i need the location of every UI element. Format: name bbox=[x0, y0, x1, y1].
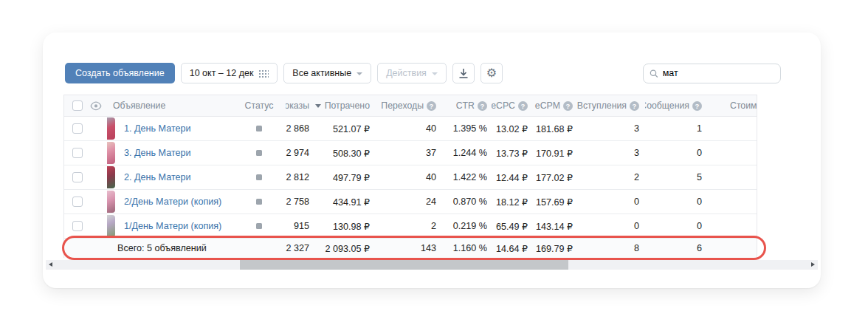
column-header-name[interactable]: Объявление bbox=[107, 95, 232, 116]
column-header-messages[interactable]: Сообщения ? bbox=[645, 95, 710, 116]
totals-joins: 8 bbox=[577, 239, 645, 258]
ecpm-value: 177.02 ₽ bbox=[532, 165, 577, 189]
status-filter-label: Все активные bbox=[292, 68, 351, 78]
date-range-button[interactable]: 10 окт – 12 дек bbox=[181, 63, 278, 83]
column-header-clicks[interactable]: Переходы ? bbox=[374, 95, 441, 116]
date-range-label: 10 окт – 12 дек bbox=[190, 68, 254, 78]
clicks-value: 37 bbox=[374, 141, 441, 165]
ad-name-link[interactable]: 3. День Матери bbox=[124, 148, 191, 158]
help-icon[interactable]: ? bbox=[692, 101, 702, 111]
ecpc-value: 13.02 ₽ bbox=[492, 117, 532, 140]
column-header-joins[interactable]: Вступления ? bbox=[577, 95, 645, 116]
scrollbar-thumb[interactable] bbox=[240, 260, 568, 270]
impressions-value: 2 974 bbox=[286, 141, 314, 165]
joins-value: 3 bbox=[577, 141, 645, 165]
status-filter-dropdown[interactable]: Все активные bbox=[283, 63, 371, 83]
ad-thumbnail[interactable] bbox=[107, 142, 115, 164]
ad-name-link[interactable]: 1. День Матери bbox=[124, 123, 191, 134]
status-paused-icon bbox=[256, 174, 262, 180]
column-header-status[interactable]: Статус bbox=[232, 95, 286, 116]
impressions-value: 2 868 bbox=[286, 117, 314, 140]
row-checkbox[interactable] bbox=[72, 123, 83, 134]
spent-value: 130.98 ₽ bbox=[314, 214, 374, 238]
clicks-value: 40 bbox=[374, 117, 441, 140]
ad-thumbnail[interactable] bbox=[107, 117, 115, 140]
row-checkbox[interactable] bbox=[72, 221, 83, 231]
create-ad-button[interactable]: Создать объявление bbox=[65, 63, 175, 83]
ecpc-value: 12.44 ₽ bbox=[492, 165, 532, 189]
clicks-value: 2 bbox=[374, 214, 441, 238]
actions-dropdown[interactable]: Действия bbox=[377, 63, 447, 83]
joins-value: 3 bbox=[577, 117, 645, 140]
ad-name-link[interactable]: 2. День Матери bbox=[124, 172, 191, 182]
column-header-spent-label: Потрачено bbox=[325, 100, 370, 111]
messages-value: 0 bbox=[645, 190, 710, 213]
ecpc-value: 13.73 ₽ bbox=[492, 141, 532, 165]
eye-icon bbox=[90, 101, 102, 111]
joins-value: 0 bbox=[577, 214, 645, 238]
ads-table: Объявление Статус Показы Потрачено Перех… bbox=[63, 95, 757, 258]
help-icon[interactable]: ? bbox=[563, 101, 573, 111]
table-row: 2. День Матери 2 812 497.79 ₽ 40 1.422 %… bbox=[64, 165, 757, 190]
row-checkbox[interactable] bbox=[72, 172, 83, 182]
ad-name-link[interactable]: 2/День Матери (копия) bbox=[124, 197, 221, 207]
horizontal-scrollbar[interactable] bbox=[46, 260, 818, 270]
impressions-value: 915 bbox=[286, 214, 314, 238]
visibility-column-header[interactable] bbox=[85, 95, 107, 116]
totals-label: Всего: 5 объявлений bbox=[107, 239, 232, 258]
help-icon[interactable]: ? bbox=[478, 101, 487, 111]
ad-name-link[interactable]: 1/День Матери (копия) bbox=[124, 221, 221, 231]
column-header-cost[interactable]: Стоимос bbox=[710, 95, 757, 116]
spent-value: 434.91 ₽ bbox=[314, 190, 374, 213]
chevron-down-icon bbox=[356, 72, 362, 75]
ad-thumbnail[interactable] bbox=[107, 191, 115, 213]
totals-ecpc: 14.64 ₽ bbox=[492, 239, 532, 258]
joins-value: 2 bbox=[577, 165, 645, 189]
spent-value: 521.07 ₽ bbox=[314, 117, 374, 140]
totals-spent: 2 093.05 ₽ bbox=[314, 239, 374, 258]
row-checkbox[interactable] bbox=[72, 197, 83, 207]
ctr-value: 1.395 % bbox=[441, 117, 492, 140]
search-icon bbox=[650, 69, 658, 78]
chevron-down-icon bbox=[432, 72, 438, 75]
messages-value: 5 bbox=[645, 165, 710, 189]
messages-value: 0 bbox=[645, 214, 710, 238]
ad-thumbnail[interactable] bbox=[107, 166, 115, 188]
ctr-value: 1.244 % bbox=[441, 141, 492, 165]
spent-value: 508.30 ₽ bbox=[314, 141, 374, 165]
help-icon[interactable]: ? bbox=[630, 101, 639, 111]
column-header-ecpc-label: eCPC bbox=[492, 100, 515, 111]
settings-button[interactable]: ⚙ bbox=[480, 63, 503, 83]
table-row: 2/День Матери (копия) 2 758 434.91 ₽ 24 … bbox=[64, 190, 757, 214]
column-header-ctr[interactable]: CTR ? bbox=[441, 95, 492, 116]
search-input[interactable] bbox=[663, 68, 774, 78]
status-paused-icon bbox=[256, 150, 262, 156]
scroll-right-arrow-icon[interactable] bbox=[811, 262, 815, 267]
scroll-left-arrow-icon[interactable] bbox=[49, 262, 52, 267]
ad-thumbnail[interactable] bbox=[107, 215, 115, 237]
sort-desc-icon bbox=[315, 104, 321, 108]
column-header-clicks-label: Переходы bbox=[381, 100, 424, 111]
ecpm-value: 143.14 ₽ bbox=[532, 214, 577, 238]
help-icon[interactable]: ? bbox=[518, 101, 528, 111]
column-header-ecpm[interactable]: eCPM ? bbox=[532, 95, 577, 116]
totals-clicks: 143 bbox=[374, 239, 441, 258]
actions-label: Действия bbox=[386, 68, 427, 78]
export-button[interactable] bbox=[452, 63, 475, 83]
column-header-ecpc[interactable]: eCPC ? bbox=[492, 95, 532, 116]
column-header-impressions[interactable]: Показы bbox=[286, 95, 314, 116]
table-row: 1. День Матери 2 868 521.07 ₽ 40 1.395 %… bbox=[64, 117, 757, 141]
help-icon[interactable]: ? bbox=[427, 101, 436, 111]
ctr-value: 0.870 % bbox=[441, 190, 492, 213]
column-header-ctr-label: CTR bbox=[456, 100, 475, 111]
clicks-value: 24 bbox=[374, 190, 441, 213]
totals-ctr: 1.160 % bbox=[441, 239, 492, 258]
status-paused-icon bbox=[256, 199, 262, 205]
toolbar: Создать объявление 10 окт – 12 дек Все а… bbox=[43, 33, 821, 95]
column-header-spent[interactable]: Потрачено bbox=[314, 95, 374, 116]
totals-impressions: 12 327 bbox=[286, 239, 314, 258]
select-all-checkbox[interactable] bbox=[72, 100, 83, 111]
messages-value: 1 bbox=[645, 117, 710, 140]
totals-messages: 6 bbox=[645, 239, 710, 258]
row-checkbox[interactable] bbox=[72, 148, 83, 158]
